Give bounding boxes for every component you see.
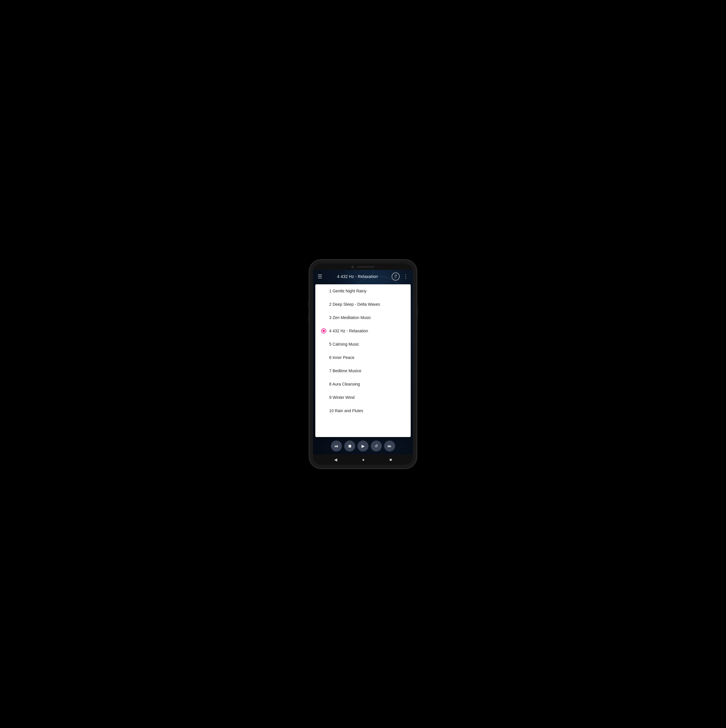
track-label: 2 Deep Sleep - Delta Waves <box>329 302 380 307</box>
track-label: 9 Winter Wind <box>329 395 355 400</box>
track-label: 3 Zen Meditation Music <box>329 315 371 320</box>
back-nav-button[interactable]: ◀ <box>334 457 337 462</box>
track-label: 7 Bedtime Musice <box>329 369 361 373</box>
track-label: 6 Inner Peace <box>329 355 354 360</box>
list-item[interactable]: 7 Bedtime Musice <box>315 364 411 378</box>
app-background: ☰ 4 432 Hz - Relaxation 15 min ⋮ 1 Gentl… <box>313 270 413 454</box>
fast-forward-button[interactable]: ⏭ <box>384 440 395 451</box>
list-item[interactable]: 2 Deep Sleep - Delta Waves <box>315 298 411 311</box>
camera-area <box>313 263 413 270</box>
active-track-indicator <box>321 328 326 333</box>
list-item[interactable]: 5 Calming Music <box>315 338 411 351</box>
track-label: 4 432 Hz - Relaxation <box>329 329 368 333</box>
track-label: 5 Calming Music <box>329 342 359 347</box>
track-label: 10 Rain and Flutes <box>329 408 363 413</box>
speaker-bar <box>357 266 375 268</box>
stop-button[interactable]: ⏹ <box>344 440 355 451</box>
volume-down-button <box>308 314 310 322</box>
toolbar: ☰ 4 432 Hz - Relaxation 15 min ⋮ <box>313 270 413 283</box>
playback-controls: ⏮ ⏹ ▶ ↺ ⏭ <box>313 438 413 454</box>
toolbar-title: 4 432 Hz - Relaxation <box>323 274 392 279</box>
list-item[interactable]: 1 Gentle Night Rainy <box>315 284 411 298</box>
volume-up-button <box>308 301 310 309</box>
list-item[interactable]: 6 Inner Peace <box>315 351 411 364</box>
list-item[interactable]: 3 Zen Meditation Music <box>315 311 411 324</box>
hamburger-menu-icon[interactable]: ☰ <box>316 272 323 281</box>
list-item[interactable]: 9 Winter Wind <box>315 391 411 404</box>
list-item[interactable]: 4 432 Hz - Relaxation <box>315 324 411 338</box>
repeat-button[interactable]: ↺ <box>371 440 382 451</box>
camera-lens <box>351 266 354 268</box>
phone-screen: ☰ 4 432 Hz - Relaxation 15 min ⋮ 1 Gentl… <box>313 263 413 465</box>
list-item[interactable]: 10 Rain and Flutes <box>315 404 411 418</box>
track-list: 1 Gentle Night Rainy2 Deep Sleep - Delta… <box>315 284 411 437</box>
play-button[interactable]: ▶ <box>357 440 369 451</box>
overflow-menu-icon[interactable]: ⋮ <box>402 272 410 281</box>
timer-button[interactable]: 15 min <box>392 272 400 281</box>
android-navigation-bar: ◀ ● ■ <box>313 454 413 465</box>
phone-frame: ☰ 4 432 Hz - Relaxation 15 min ⋮ 1 Gentl… <box>310 260 416 468</box>
rewind-button[interactable]: ⏮ <box>331 440 342 451</box>
home-nav-button[interactable]: ● <box>362 457 365 462</box>
power-button <box>416 306 418 318</box>
track-label: 1 Gentle Night Rainy <box>329 289 366 293</box>
recent-nav-button[interactable]: ■ <box>390 457 392 462</box>
list-item[interactable]: 8 Aura Cleansing <box>315 378 411 391</box>
track-label: 8 Aura Cleansing <box>329 382 360 386</box>
timer-unit: min <box>395 277 397 278</box>
